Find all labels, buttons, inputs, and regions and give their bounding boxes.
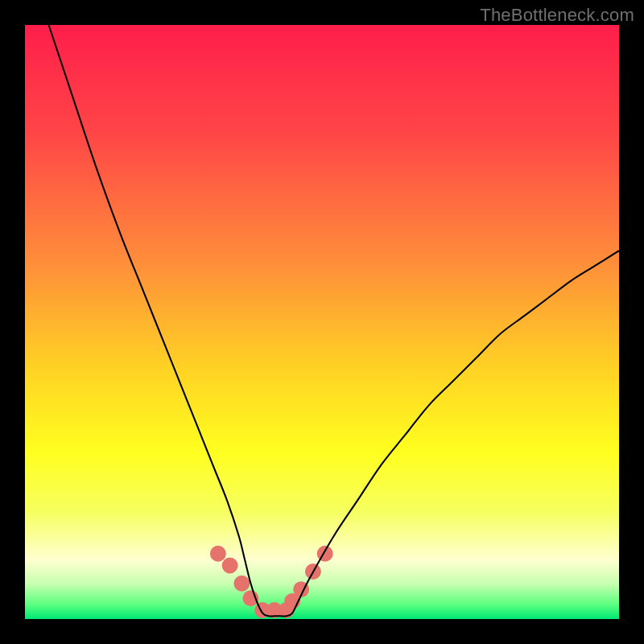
highlight-markers bbox=[210, 546, 333, 618]
chart-frame: TheBottleneck.com bbox=[0, 0, 644, 644]
watermark-text: TheBottleneck.com bbox=[480, 5, 634, 26]
curve-layer bbox=[25, 25, 619, 619]
highlight-marker bbox=[210, 546, 226, 562]
plot-area bbox=[25, 25, 619, 619]
bottleneck-curve bbox=[49, 25, 619, 617]
highlight-marker bbox=[233, 576, 250, 592]
highlight-marker bbox=[222, 558, 238, 574]
